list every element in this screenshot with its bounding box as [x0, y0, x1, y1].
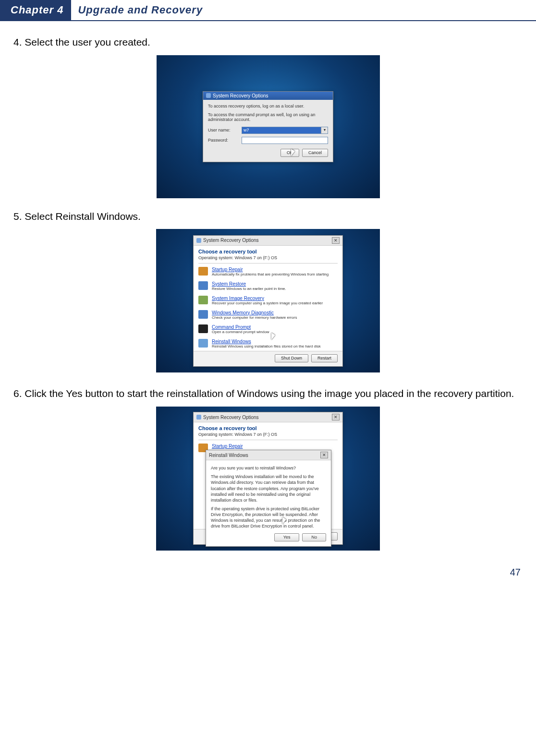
page-number: 47 [0, 561, 536, 584]
opt-link: System Image Recovery [212, 296, 323, 301]
opt-desc: Restore Windows to an earlier point in t… [212, 287, 286, 291]
confirm-para-2: If the operating system drive is protect… [211, 506, 326, 529]
no-button[interactable]: No [302, 533, 326, 541]
login-instr-2: To access the command prompt as well, lo… [208, 112, 328, 122]
confirm-para-1: The existing Windows installation will b… [211, 474, 326, 503]
msg-titlebar: Reinstall Windows ✕ [206, 450, 331, 460]
username-label: User name: [208, 128, 237, 132]
window-icon [206, 93, 211, 98]
figure-3: System Recovery Options ✕ Choose a recov… [13, 407, 523, 551]
username-value: w7 [242, 127, 321, 133]
figure-1: System Recovery Options To access recove… [13, 55, 523, 198]
opt-desc: Automatically fix problems that are prev… [212, 272, 329, 276]
chevron-down-icon[interactable]: ▾ [321, 127, 328, 133]
window-icon [196, 415, 201, 420]
username-combobox[interactable]: w7 ▾ [242, 127, 328, 134]
os-line: Operating system: Windows 7 on (F:) OS [194, 432, 342, 439]
cancel-button[interactable]: Cancel [302, 149, 328, 157]
os-line: Operating system: Windows 7 on (F:) OS [194, 255, 342, 262]
dialog-title: System Recovery Options [213, 93, 268, 98]
option-startup-repair[interactable]: Startup RepairAutomatically fix problems… [194, 264, 342, 279]
option-reinstall-windows[interactable]: Reinstall WindowsReinstall Windows using… [194, 336, 342, 351]
divider [198, 440, 338, 440]
recovery-tools-dialog-bg: System Recovery Options ✕ Choose a recov… [193, 412, 343, 545]
dialog-titlebar: System Recovery Options ✕ [194, 412, 342, 422]
dialog-titlebar: System Recovery Options ✕ [194, 236, 342, 246]
chapter-label: Chapter 4 [0, 0, 71, 20]
option-system-image-recovery[interactable]: System Image RecoveryRecover your comput… [194, 293, 342, 308]
close-icon[interactable]: ✕ [320, 452, 328, 458]
system-recovery-login-dialog: System Recovery Options To access recove… [203, 91, 333, 162]
close-icon[interactable]: ✕ [332, 414, 340, 420]
step-4-text: 4. Select the user you created. [13, 35, 523, 50]
opt-desc: Check your computer for memory hardware … [212, 315, 297, 320]
opt-link: System Restore [212, 281, 286, 287]
memory-diagnostic-icon [198, 310, 208, 319]
startup-repair-icon [198, 267, 208, 276]
option-command-prompt[interactable]: Command PromptOpen a command prompt wind… [194, 322, 342, 336]
step-5-text: 5. Select Reinstall Windows. [13, 209, 523, 225]
figure-2: System Recovery Options ✕ Choose a recov… [13, 229, 523, 372]
login-instr-1: To access recovery options, log on as a … [208, 104, 328, 108]
dialog-titlebar: System Recovery Options [203, 92, 333, 100]
ok-button[interactable]: OK [280, 149, 299, 157]
opt-desc: Open a command prompt window [212, 330, 269, 334]
choose-tool-heading: Choose a recovery tool [194, 246, 342, 255]
reinstall-confirm-dialog: Reinstall Windows ✕ Are you sure you wan… [206, 450, 331, 546]
option-system-restore[interactable]: System RestoreRestore Windows to an earl… [194, 279, 342, 293]
chapter-title: Upgrade and Recovery [71, 0, 203, 20]
dialog-title: System Recovery Options [203, 238, 259, 243]
window-icon [196, 238, 201, 243]
opt-link: Startup Repair [212, 267, 329, 272]
opt-link: Windows Memory Diagnostic [212, 310, 297, 315]
dialog-title: System Recovery Options [203, 415, 259, 420]
opt-link: Reinstall Windows [212, 339, 321, 344]
confirm-question: Are you sure you want to reinstall Windo… [211, 465, 326, 471]
divider [198, 263, 338, 264]
yes-button[interactable]: Yes [274, 533, 300, 541]
recovery-tools-dialog: System Recovery Options ✕ Choose a recov… [193, 235, 343, 367]
close-icon[interactable]: ✕ [332, 237, 340, 244]
command-prompt-icon [198, 324, 208, 333]
opt-link: Command Prompt [212, 324, 269, 330]
page-header: Chapter 4 Upgrade and Recovery [0, 0, 536, 21]
password-input[interactable] [242, 137, 328, 144]
reinstall-windows-icon [198, 339, 208, 348]
opt-desc: Recover your computer using a system ima… [212, 301, 323, 305]
password-label: Password: [208, 138, 237, 143]
system-image-recovery-icon [198, 296, 208, 304]
shutdown-button[interactable]: Shut Down [275, 354, 308, 362]
opt-desc: Reinstall Windows using installation fil… [212, 344, 321, 348]
system-restore-icon [198, 281, 208, 290]
msg-title: Reinstall Windows [209, 453, 248, 458]
option-memory-diagnostic[interactable]: Windows Memory DiagnosticCheck your comp… [194, 308, 342, 322]
step-6-text: 6. Click the Yes button to start the rei… [13, 386, 523, 402]
restart-button[interactable]: Restart [311, 354, 338, 362]
choose-tool-heading: Choose a recovery tool [194, 422, 342, 432]
opt-link: Startup Repair [212, 444, 243, 449]
